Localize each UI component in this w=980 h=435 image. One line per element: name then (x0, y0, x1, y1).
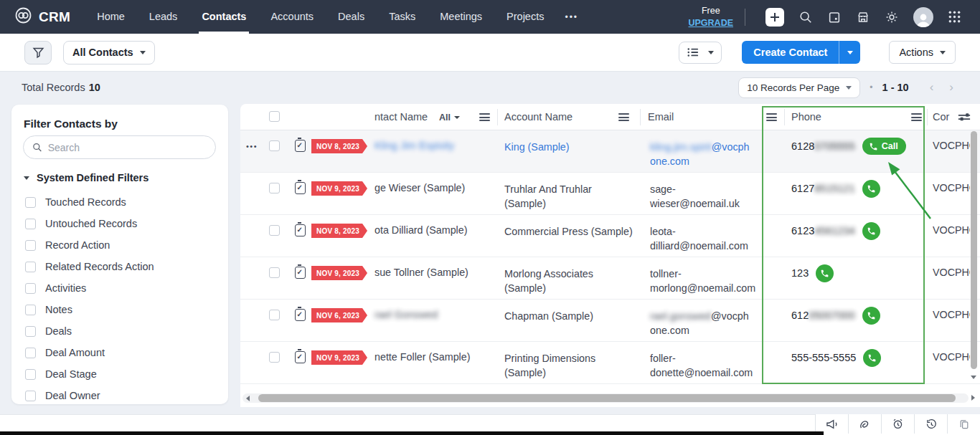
horizontal-scrollbar-thumb[interactable] (258, 394, 956, 402)
filter-item-deal-owner[interactable]: Deal Owner (25, 385, 221, 406)
scroll-left-icon[interactable] (246, 396, 250, 401)
contact-name-link[interactable]: Kling Jim Espisity (374, 140, 499, 151)
filter-item-untouched-records[interactable]: Untouched Records (25, 213, 221, 234)
checkbox[interactable] (25, 391, 36, 401)
task-status-icon[interactable] (295, 267, 306, 279)
create-contact-menu-button[interactable] (839, 41, 860, 64)
checkbox[interactable] (25, 197, 36, 208)
filter-item-deal-stage[interactable]: Deal Stage (25, 363, 221, 385)
column-menu-icon[interactable] (618, 113, 629, 123)
filter-item-record-action[interactable]: Record Action (25, 234, 221, 256)
checkbox[interactable] (25, 283, 36, 294)
reminders-button[interactable] (881, 414, 914, 434)
checkbox[interactable] (25, 348, 36, 358)
user-avatar[interactable] (913, 7, 933, 27)
account-name-link[interactable]: King (Sample) (504, 140, 635, 154)
call-button[interactable] (862, 307, 880, 325)
column-header-account-name[interactable]: Account Name (504, 111, 573, 123)
table-row[interactable]: ••• NOV 8, 2023 Kling Jim Espisity King … (240, 130, 980, 173)
filter-item-notes[interactable]: Notes (25, 299, 221, 320)
checkbox[interactable] (25, 326, 36, 337)
app-launcher-icon[interactable] (948, 10, 961, 24)
checkbox[interactable] (25, 262, 36, 272)
email-cell[interactable]: rael.gonswed@vocphone.com (650, 309, 765, 338)
call-button[interactable] (816, 264, 834, 282)
brand[interactable]: CRM (14, 6, 70, 27)
column-menu-icon[interactable] (911, 113, 922, 123)
upgrade-link[interactable]: UPGRADE (688, 18, 733, 28)
account-name-link[interactable]: Truhlar And Truhlar (Sample) (504, 182, 635, 211)
copy-button[interactable] (947, 414, 980, 434)
view-selector-dropdown[interactable]: All Contacts (63, 41, 155, 64)
manage-columns-icon[interactable] (958, 112, 971, 125)
marketplace-icon[interactable] (856, 10, 870, 24)
call-button[interactable] (862, 222, 880, 240)
task-status-icon[interactable] (295, 140, 306, 152)
horizontal-scrollbar[interactable] (242, 393, 969, 403)
column-header-contact-name[interactable]: ntact Name (374, 111, 428, 123)
account-name-link[interactable]: Printing Dimensions (Sample) (504, 351, 635, 380)
task-status-icon[interactable] (295, 182, 306, 194)
row-checkbox[interactable] (269, 267, 280, 278)
task-status-icon[interactable] (295, 351, 306, 363)
table-row[interactable]: NOV 8, 2023 ota Dilliard (Sample) Commer… (240, 215, 980, 257)
filter-item-touched-records[interactable]: Touched Records (25, 191, 221, 213)
announcements-button[interactable] (815, 414, 848, 434)
table-row[interactable]: NOV 6, 2023 rael Gonswed Chapman (Sample… (240, 300, 980, 342)
filter-item-related-records-action[interactable]: Related Records Action (25, 256, 221, 277)
table-row[interactable]: NOV 9, 2023 ge Wieser (Sample) Truhlar A… (240, 173, 980, 215)
nav-item-accounts[interactable]: Accounts (270, 0, 314, 34)
records-per-page-dropdown[interactable]: 10 Records Per Page (738, 77, 860, 98)
checkbox[interactable] (25, 219, 36, 229)
select-all-checkbox[interactable] (269, 111, 280, 122)
row-checkbox[interactable] (269, 183, 280, 193)
call-button[interactable]: Call (862, 138, 906, 155)
contact-name-link[interactable]: ota Dilliard (Sample) (374, 224, 499, 236)
calendar-icon[interactable] (827, 10, 842, 24)
system-defined-filters-section[interactable]: System Defined Filters (24, 172, 149, 183)
table-row[interactable]: NOV 9, 2023 nette Foller (Sample) Printi… (240, 342, 980, 384)
nav-item-home[interactable]: Home (97, 0, 125, 34)
row-actions-icon[interactable]: ••• (246, 142, 258, 150)
create-contact-button[interactable]: Create Contact (742, 41, 839, 64)
nav-item-tasks[interactable]: Tasks (389, 0, 415, 34)
nav-item-leads[interactable]: Leads (149, 0, 178, 34)
display-mode-dropdown[interactable] (679, 42, 722, 64)
checkbox[interactable] (25, 305, 36, 315)
email-cell[interactable]: sage-wieser@noemail.uk (650, 182, 765, 211)
checkbox[interactable] (25, 240, 36, 251)
account-name-link[interactable]: Morlong Associates (Sample) (504, 267, 635, 295)
row-checkbox[interactable] (269, 225, 280, 236)
row-checkbox[interactable] (269, 352, 280, 363)
quick-create-icon[interactable] (765, 8, 784, 27)
checkbox[interactable] (25, 369, 36, 380)
account-name-link[interactable]: Commercial Press (Sample) (504, 224, 635, 239)
vertical-scrollbar-thumb[interactable] (971, 131, 977, 369)
filter-item-activities[interactable]: Activities (25, 277, 221, 299)
contact-name-link[interactable]: rael Gonswed (374, 309, 499, 320)
column-header-contact-owner[interactable]: Cor (933, 111, 957, 123)
nav-item-meetings[interactable]: Meetings (440, 0, 482, 34)
notes-button[interactable] (848, 414, 881, 434)
column-header-phone[interactable]: Phone (791, 111, 821, 123)
filter-item-deals[interactable]: Deals (25, 320, 221, 342)
row-checkbox[interactable] (269, 310, 280, 320)
filter-button[interactable] (24, 41, 52, 64)
actions-button[interactable]: Actions (889, 41, 956, 64)
email-cell[interactable]: foller-donette@noemail.com (650, 351, 765, 380)
contact-name-link[interactable]: sue Tollner (Sample) (374, 267, 499, 278)
recently-viewed-button[interactable] (914, 414, 947, 434)
next-page-icon[interactable]: › (949, 80, 953, 95)
contact-name-link[interactable]: nette Foller (Sample) (374, 351, 499, 363)
filter-item-deal-amount[interactable]: Deal Amount (25, 342, 221, 363)
contact-name-link[interactable]: ge Wieser (Sample) (374, 182, 499, 193)
nav-more-icon[interactable]: ••• (565, 12, 578, 22)
column-header-email[interactable]: Email (648, 111, 674, 123)
email-cell[interactable]: leota-dilliard@noemail.com (650, 224, 765, 253)
nav-item-contacts[interactable]: Contacts (202, 0, 246, 34)
contact-name-all-filter[interactable]: All (439, 113, 460, 123)
call-button[interactable] (863, 349, 881, 367)
nav-item-deals[interactable]: Deals (338, 0, 364, 34)
previous-page-icon[interactable]: ‹ (930, 80, 934, 95)
scroll-right-icon[interactable] (971, 395, 975, 401)
